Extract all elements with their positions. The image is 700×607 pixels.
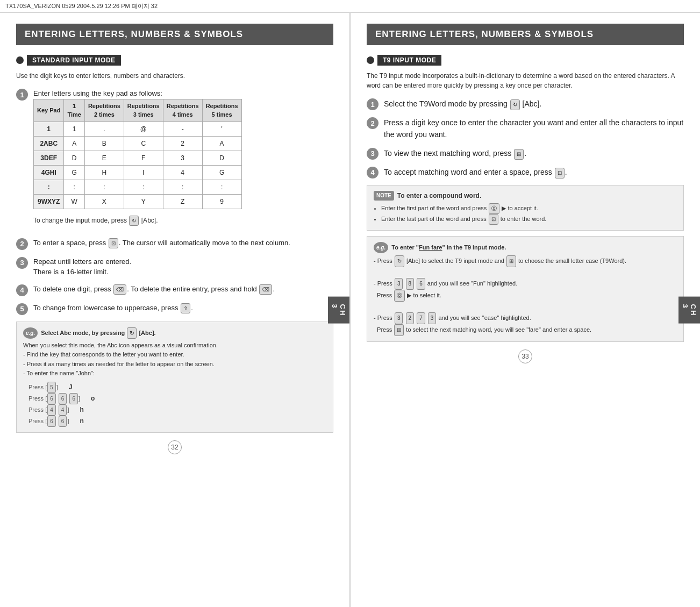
- table-cell: X: [84, 194, 124, 209]
- press-rows: Press [5] J Press [6 6 6] o Press [4 4] …: [23, 382, 326, 427]
- note-bullet-2: Enter the last part of the word and pres…: [381, 214, 677, 225]
- mode-dot: [16, 56, 24, 64]
- right-mode-badge: T9 INPUT MODE: [367, 55, 441, 66]
- eg-box-left: e.g. Select Abc mode, by pressing ↻ [Abc…: [16, 322, 333, 433]
- left-page: ENTERING LETTERS, NUMBERS & SYMBOLS STAN…: [0, 13, 351, 607]
- eg-badge: e.g.: [23, 327, 38, 339]
- step-3-circle: 3: [16, 257, 28, 269]
- eg-lines-right: - Press ↻ [Abc] to select the T9 input m…: [374, 255, 677, 336]
- table-cell: A: [64, 136, 84, 151]
- t9-step-2-circle: 2: [367, 117, 378, 129]
- right-page: ENTERING LETTERS, NUMBERS & SYMBOLS T9 I…: [351, 13, 700, 607]
- press-row-j: Press [5] J: [28, 382, 326, 393]
- table-cell: C: [124, 136, 163, 151]
- page-bottom-left: 32: [16, 440, 333, 454]
- keypad-table: Key Pad 1Time Repetitions2 times Repetit…: [33, 99, 242, 209]
- t9-step-2-text: Press a digit key once to enter the char…: [384, 117, 684, 141]
- table-cell: @: [124, 122, 163, 136]
- table-cell: A: [202, 136, 241, 151]
- table-cell: -: [163, 122, 202, 136]
- page-bottom-right: 33: [367, 349, 684, 363]
- table-cell: 4GHI: [34, 165, 64, 180]
- table-cell: Z: [163, 194, 202, 209]
- t9-step-3: 3 To view the next matching word, press …: [367, 147, 684, 160]
- t9-step-3-circle: 3: [367, 148, 378, 160]
- table-cell: 1: [34, 122, 64, 136]
- col-rep2: Repetitions2 times: [84, 99, 124, 122]
- right-section-header: ENTERING LETTERS, NUMBERS & SYMBOLS: [367, 24, 684, 45]
- left-intro: Use the digit keys to enter letters, num…: [16, 71, 333, 81]
- t9-step-4-text: To accept matching word and enter a spac…: [384, 166, 567, 178]
- press-row-o: Press [6 6 6] o: [28, 393, 326, 404]
- t9-step-1: 1 Select the T9Word mode by pressing ↻ […: [367, 98, 684, 110]
- note-title-text: To enter a compound word.: [397, 191, 481, 201]
- eg-header-right: e.g. To enter "Fun fare" in the T9 input…: [374, 242, 677, 253]
- mode-title: STANDARD INPUT MODE: [27, 55, 121, 66]
- t9-step-2: 2 Press a digit key once to enter the ch…: [367, 117, 684, 141]
- step-5-circle: 5: [16, 303, 28, 315]
- table-cell: W: [64, 194, 84, 209]
- step-5-text: To change from lowercase to uppercase, p…: [33, 303, 193, 313]
- step-1-circle: 1: [16, 89, 28, 101]
- col-rep5: Repetitions5 times: [202, 99, 241, 122]
- press-row-n: Press [6 6] n: [28, 416, 326, 427]
- left-mode-badge: STANDARD INPUT MODE: [16, 55, 121, 66]
- col-1time: 1Time: [64, 99, 84, 122]
- table-cell: :: [84, 180, 124, 194]
- table-cell: :: [34, 180, 64, 194]
- top-bar: TX170SA_VERIZON 0529 2004.5.29 12:26 PM …: [0, 0, 700, 13]
- note-bullet-1: Enter the first part of the word and pre…: [381, 203, 677, 214]
- step-3: 3 Repeat until letters are entered.There…: [16, 256, 333, 277]
- table-cell: 2: [163, 136, 202, 151]
- t9-step-3-text: To view the next matching word, press ⊞.: [384, 147, 526, 160]
- step-2: 2 To enter a space, press ⊡. The cursor …: [16, 238, 333, 250]
- right-mode-title: T9 INPUT MODE: [377, 55, 441, 66]
- press-row-h: Press [4 4] h: [28, 404, 326, 416]
- page-number-left: 32: [168, 440, 182, 454]
- table-cell: Y: [124, 194, 163, 209]
- step-4-text: To delete one digit, press ⌫. To delete …: [33, 284, 275, 295]
- page-number-right: 33: [518, 349, 532, 363]
- after-table-note: To change the input mode, press ↻ [Abc].: [33, 216, 242, 226]
- table-cell: .: [84, 122, 124, 136]
- col-rep4: Repetitions4 times: [163, 99, 202, 122]
- ch-label-right: CH3: [678, 296, 700, 324]
- t9-step-4-circle: 4: [367, 167, 378, 178]
- left-section-header: ENTERING LETTERS, NUMBERS & SYMBOLS: [16, 24, 333, 45]
- note-title: NOTE To enter a compound word.: [374, 191, 677, 201]
- t9-step-1-text: Select the T9Word mode by pressing ↻ [Ab…: [384, 98, 541, 110]
- table-cell: D: [64, 151, 84, 165]
- table-cell: :: [64, 180, 84, 194]
- table-cell: E: [84, 151, 124, 165]
- step-4: 4 To delete one digit, press ⌫. To delet…: [16, 284, 333, 296]
- table-cell: :: [124, 180, 163, 194]
- note-box-right: NOTE To enter a compound word. Enter the…: [367, 185, 684, 231]
- table-cell: I: [124, 165, 163, 180]
- step-5: 5 To change from lowercase to uppercase,…: [16, 303, 333, 315]
- step-4-circle: 4: [16, 284, 28, 296]
- step-1: 1 Enter letters using the key pad as fol…: [16, 88, 333, 231]
- step-3-text: Repeat until letters are entered.There i…: [33, 256, 131, 277]
- step-2-circle: 2: [16, 238, 28, 250]
- top-bar-text: TX170SA_VERIZON 0529 2004.5.29 12:26 PM …: [5, 3, 158, 9]
- note-list: Enter the first part of the word and pre…: [381, 203, 677, 225]
- table-cell: ': [202, 122, 241, 136]
- table-cell: H: [84, 165, 124, 180]
- eg-badge-right: e.g.: [374, 242, 388, 253]
- table-cell: 3DEF: [34, 151, 64, 165]
- table-cell: 4: [163, 165, 202, 180]
- table-cell: G: [202, 165, 241, 180]
- eg-lines: When you select this mode, the Abc icon …: [23, 341, 326, 379]
- table-cell: 1: [64, 122, 84, 136]
- eg-header: e.g. Select Abc mode, by pressing ↻ [Abc…: [23, 327, 326, 339]
- eg-intro-right: To enter "Fun fare" in the T9 input mode…: [391, 242, 506, 253]
- table-cell: 9WXYZ: [34, 194, 64, 209]
- table-cell: 3: [163, 151, 202, 165]
- step-2-text: To enter a space, press ⊡. The cursor wi…: [33, 238, 290, 248]
- table-cell: 2ABC: [34, 136, 64, 151]
- table-cell: D: [202, 151, 241, 165]
- right-intro: The T9 input mode incorporates a built-i…: [367, 71, 684, 90]
- table-cell: :: [202, 180, 241, 194]
- table-cell: :: [163, 180, 202, 194]
- right-mode-dot: [367, 56, 374, 64]
